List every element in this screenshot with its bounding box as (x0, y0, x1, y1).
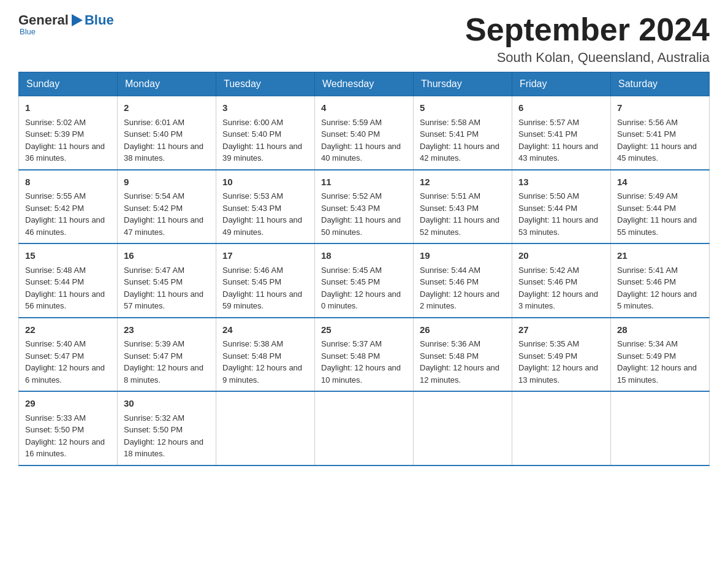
calendar-day: 27Sunrise: 5:35 AMSunset: 5:49 PMDayligh… (512, 318, 611, 392)
calendar-day: 5Sunrise: 5:58 AMSunset: 5:41 PMDaylight… (414, 96, 512, 170)
day-number: 3 (222, 101, 308, 115)
calendar-day: 15Sunrise: 5:48 AMSunset: 5:44 PMDayligh… (19, 243, 118, 318)
day-number: 18 (321, 249, 407, 263)
page-header: GeneralBlue Blue September 2024 South Ko… (18, 12, 710, 66)
logo-triangle-icon (72, 14, 83, 26)
calendar-week-1: 1Sunrise: 5:02 AMSunset: 5:39 PMDaylight… (19, 96, 710, 170)
calendar-day: 30Sunrise: 5:32 AMSunset: 5:50 PMDayligh… (118, 391, 216, 465)
day-number: 22 (25, 323, 111, 337)
weekday-header-tuesday: Tuesday (216, 72, 315, 96)
day-number: 25 (321, 323, 407, 337)
calendar-day: 12Sunrise: 5:51 AMSunset: 5:43 PMDayligh… (414, 170, 512, 244)
calendar-day: 7Sunrise: 5:56 AMSunset: 5:41 PMDaylight… (611, 96, 710, 170)
calendar-day: 9Sunrise: 5:54 AMSunset: 5:42 PMDaylight… (118, 170, 216, 244)
title-section: September 2024 South Kolan, Queensland, … (465, 12, 710, 66)
calendar-day (315, 391, 414, 465)
calendar-day: 28Sunrise: 5:34 AMSunset: 5:49 PMDayligh… (611, 318, 710, 392)
calendar-day: 2Sunrise: 6:01 AMSunset: 5:40 PMDaylight… (118, 96, 216, 170)
calendar-day: 21Sunrise: 5:41 AMSunset: 5:46 PMDayligh… (611, 243, 710, 318)
day-number: 24 (222, 323, 308, 337)
day-number: 14 (617, 175, 703, 190)
calendar-day: 23Sunrise: 5:39 AMSunset: 5:47 PMDayligh… (118, 318, 216, 392)
day-number: 28 (617, 323, 703, 337)
day-number: 4 (321, 101, 407, 115)
calendar-day: 11Sunrise: 5:52 AMSunset: 5:43 PMDayligh… (315, 170, 414, 244)
calendar-day: 24Sunrise: 5:38 AMSunset: 5:48 PMDayligh… (216, 318, 315, 392)
calendar-day: 14Sunrise: 5:49 AMSunset: 5:44 PMDayligh… (611, 170, 710, 244)
calendar-day (414, 391, 512, 465)
day-number: 10 (222, 175, 308, 190)
day-number: 27 (518, 323, 604, 337)
calendar-day (512, 391, 611, 465)
calendar-day (216, 391, 315, 465)
calendar-week-3: 15Sunrise: 5:48 AMSunset: 5:44 PMDayligh… (19, 243, 710, 318)
calendar-day: 3Sunrise: 6:00 AMSunset: 5:40 PMDaylight… (216, 96, 315, 170)
calendar-day: 10Sunrise: 5:53 AMSunset: 5:43 PMDayligh… (216, 170, 315, 244)
calendar-day: 4Sunrise: 5:59 AMSunset: 5:40 PMDaylight… (315, 96, 414, 170)
calendar-day: 8Sunrise: 5:55 AMSunset: 5:42 PMDaylight… (19, 170, 118, 244)
day-number: 29 (25, 397, 111, 411)
calendar-table: SundayMondayTuesdayWednesdayThursdayFrid… (18, 72, 710, 466)
calendar-day: 17Sunrise: 5:46 AMSunset: 5:45 PMDayligh… (216, 243, 315, 318)
calendar-day: 26Sunrise: 5:36 AMSunset: 5:48 PMDayligh… (414, 318, 512, 392)
weekday-header-monday: Monday (118, 72, 216, 96)
day-number: 30 (124, 397, 210, 411)
day-number: 7 (617, 101, 703, 115)
weekday-header-row: SundayMondayTuesdayWednesdayThursdayFrid… (19, 72, 710, 96)
day-number: 15 (25, 249, 111, 263)
day-number: 19 (420, 249, 506, 263)
calendar-day: 18Sunrise: 5:45 AMSunset: 5:45 PMDayligh… (315, 243, 414, 318)
calendar-day: 25Sunrise: 5:37 AMSunset: 5:48 PMDayligh… (315, 318, 414, 392)
day-number: 16 (124, 249, 210, 263)
calendar-title: September 2024 (465, 12, 710, 47)
day-number: 13 (518, 175, 604, 190)
day-number: 26 (420, 323, 506, 337)
calendar-day: 13Sunrise: 5:50 AMSunset: 5:44 PMDayligh… (512, 170, 611, 244)
logo-general: General (18, 12, 69, 28)
calendar-day: 29Sunrise: 5:33 AMSunset: 5:50 PMDayligh… (19, 391, 118, 465)
day-number: 2 (124, 101, 210, 115)
day-number: 11 (321, 175, 407, 190)
day-number: 6 (518, 101, 604, 115)
weekday-header-saturday: Saturday (611, 72, 710, 96)
day-number: 12 (420, 175, 506, 190)
calendar-day: 16Sunrise: 5:47 AMSunset: 5:45 PMDayligh… (118, 243, 216, 318)
calendar-day: 1Sunrise: 5:02 AMSunset: 5:39 PMDaylight… (19, 96, 118, 170)
calendar-body: 1Sunrise: 5:02 AMSunset: 5:39 PMDaylight… (19, 96, 710, 465)
day-number: 23 (124, 323, 210, 337)
day-number: 20 (518, 249, 604, 263)
calendar-week-2: 8Sunrise: 5:55 AMSunset: 5:42 PMDaylight… (19, 170, 710, 244)
calendar-day (611, 391, 710, 465)
weekday-header-sunday: Sunday (19, 72, 118, 96)
calendar-week-5: 29Sunrise: 5:33 AMSunset: 5:50 PMDayligh… (19, 391, 710, 465)
calendar-day: 19Sunrise: 5:44 AMSunset: 5:46 PMDayligh… (414, 243, 512, 318)
calendar-day: 20Sunrise: 5:42 AMSunset: 5:46 PMDayligh… (512, 243, 611, 318)
weekday-header-friday: Friday (512, 72, 611, 96)
logo-blue-text: Blue (85, 12, 114, 28)
day-number: 17 (222, 249, 308, 263)
calendar-subtitle: South Kolan, Queensland, Australia (465, 50, 710, 66)
weekday-header-thursday: Thursday (414, 72, 512, 96)
day-number: 1 (25, 101, 111, 115)
calendar-day: 6Sunrise: 5:57 AMSunset: 5:41 PMDaylight… (512, 96, 611, 170)
day-number: 21 (617, 249, 703, 263)
day-number: 5 (420, 101, 506, 115)
calendar-day: 22Sunrise: 5:40 AMSunset: 5:47 PMDayligh… (19, 318, 118, 392)
calendar-header: SundayMondayTuesdayWednesdayThursdayFrid… (19, 72, 710, 96)
weekday-header-wednesday: Wednesday (315, 72, 414, 96)
calendar-week-4: 22Sunrise: 5:40 AMSunset: 5:47 PMDayligh… (19, 318, 710, 392)
logo-subtitle: Blue (20, 27, 36, 36)
day-number: 9 (124, 175, 210, 190)
logo: GeneralBlue Blue (18, 12, 114, 36)
day-number: 8 (25, 175, 111, 190)
